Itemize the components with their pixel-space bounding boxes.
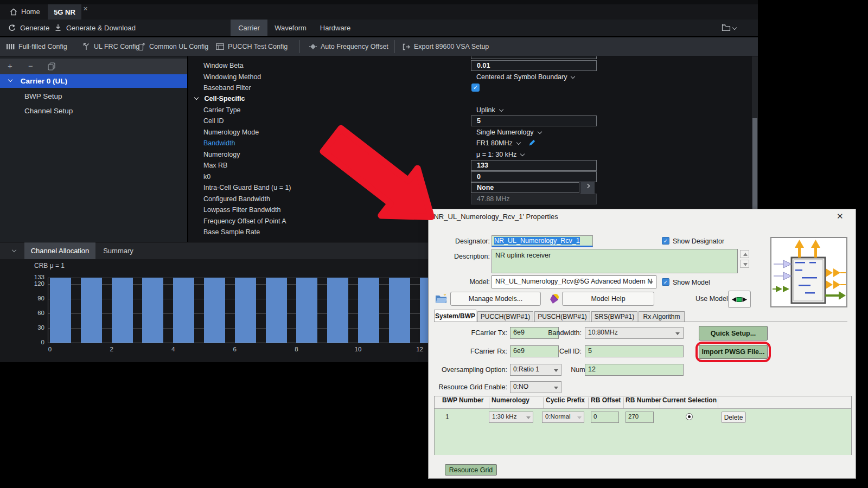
delete-row-button[interactable]: Delete — [721, 412, 746, 423]
dialog-tab-srs[interactable]: SRS(BWP#1) — [591, 311, 637, 322]
dialog-tab-system-bwp[interactable]: System/BWP — [434, 310, 476, 322]
nav-tab-waveform[interactable]: Waveform — [270, 20, 311, 36]
auto-frequency-offset-button[interactable]: Auto Frequency Offset — [309, 37, 388, 56]
designator-input[interactable]: NR_UL_Numerology_Rcv_1 — [492, 235, 593, 247]
cell-id-input[interactable]: 5 — [471, 115, 597, 126]
show-model-checkbox[interactable]: ✓ — [662, 278, 669, 286]
show-designator-checkbox[interactable]: ✓ — [662, 237, 669, 245]
spinner-down-icon[interactable] — [740, 260, 749, 268]
oversampling-select[interactable]: 0:Ratio 1 — [510, 364, 561, 376]
row-rb-offset-input[interactable]: 0 — [591, 412, 619, 423]
add-carrier-button[interactable]: + — [8, 61, 12, 70]
setting-label[interactable]: Intra-Cell Guard Band (u = 1) — [203, 182, 291, 193]
setting-label[interactable]: Numerology Mode — [203, 127, 259, 138]
row-numerology-select[interactable]: 1:30 kHz — [489, 412, 533, 423]
setting-label[interactable]: Windowing Method — [203, 72, 261, 82]
setting-label[interactable]: Base Sample Rate — [203, 227, 260, 237]
setting-label[interactable]: k0 — [203, 171, 210, 182]
pucch-test-config-button[interactable]: PUCCH Test Config — [216, 37, 288, 56]
col-header-rb-offset: RB Offset — [591, 396, 621, 404]
cell-bwp-number: 1 — [445, 413, 449, 421]
setting-label[interactable]: Cell ID — [203, 115, 224, 126]
setting-label-selected[interactable]: Bandwidth — [203, 138, 235, 149]
component-preview — [770, 237, 847, 307]
chevron-down-icon — [537, 130, 541, 134]
setting-label[interactable]: Lowpass Filter Bandwidth — [203, 204, 280, 215]
bar — [266, 278, 287, 343]
edit-pencil-icon[interactable] — [528, 139, 536, 146]
remove-carrier-button[interactable]: − — [28, 61, 33, 70]
nav-tab-carrier[interactable]: Carrier — [231, 20, 267, 36]
export-vsa-setup-button[interactable]: Export 89600 VSA Setup — [403, 37, 489, 56]
carrier-type-dropdown[interactable]: Uplink — [476, 105, 503, 115]
intra-cell-guard-band-input[interactable]: None — [471, 182, 579, 193]
quick-setup-button[interactable]: Quick Setup... — [699, 326, 768, 341]
tree-item-carrier-0[interactable]: Carrier 0 (UL) — [0, 74, 187, 88]
setting-group-cell-specific[interactable]: Cell-Specific — [195, 93, 245, 104]
window-beta-input[interactable]: 0.01 — [471, 60, 597, 71]
cell-id-input[interactable]: 5 — [585, 345, 684, 357]
setting-label[interactable]: Baseband Filter — [203, 82, 251, 93]
bar — [142, 278, 163, 343]
tab-5g-nr[interactable]: 5G NR — [48, 4, 81, 20]
description-input[interactable]: NR uplink receiver — [492, 249, 738, 273]
dialog-title: 'NR_UL_Numerology_Rcv_1' Properties — [432, 213, 558, 221]
expand-button[interactable] — [580, 182, 595, 194]
k0-input[interactable]: 0 — [471, 171, 597, 182]
current-selection-radio[interactable] — [686, 413, 693, 420]
bandwidth-select[interactable]: 10:80MHz — [585, 327, 684, 339]
row-cyclic-prefix-select[interactable]: 0:Normal — [542, 412, 584, 423]
copy-icon[interactable] — [48, 62, 55, 70]
dialog-tab-rx-algorithm[interactable]: Rx Algorithm — [639, 311, 685, 322]
setting-label[interactable]: Frequency Offset of Point A — [203, 216, 286, 227]
folder-icon — [722, 23, 731, 31]
nav-tab-hardware[interactable]: Hardware — [316, 20, 355, 36]
model-select[interactable]: NR_UL_Numerology_Rcv@5G Advanced Modem N — [492, 275, 656, 288]
home-tab[interactable]: Home — [10, 8, 40, 16]
resource-grid-enable-select[interactable]: 0:NO — [510, 381, 561, 393]
x-tick-label: 2 — [104, 346, 120, 352]
setting-label[interactable]: Window Beta — [203, 60, 244, 71]
tree-item-channel-setup[interactable]: Channel Setup — [24, 104, 73, 118]
setting-label[interactable]: Max RB — [203, 160, 227, 171]
fork-icon — [82, 43, 90, 50]
full-filled-config-button[interactable]: Full-filled Config — [7, 37, 67, 56]
dialog-tab-pusch[interactable]: PUSCH(BWP#1) — [534, 311, 590, 322]
bandwidth-dropdown[interactable]: FR1 80MHz — [476, 138, 536, 149]
setting-label[interactable]: Configured Bandwidth — [203, 194, 270, 204]
row-rb-number-input[interactable]: 270 — [626, 412, 654, 423]
tree-item-bwp-setup[interactable]: BWP Setup — [24, 89, 62, 104]
setting-label[interactable]: Numerology — [203, 149, 240, 160]
model-label: Model: — [439, 278, 490, 286]
resource-grid-button[interactable]: Resource Grid — [445, 464, 497, 476]
setting-label[interactable]: Carrier Type — [203, 105, 241, 115]
download-icon — [54, 24, 62, 31]
dialog-tab-pucch[interactable]: PUCCH(BWP#1) — [477, 311, 533, 322]
show-model-label: Show Model — [673, 279, 710, 286]
bar — [235, 278, 256, 343]
common-ul-config-button[interactable]: Common UL Config — [138, 37, 208, 56]
use-model-button[interactable] — [728, 291, 751, 308]
file-menu-button[interactable] — [722, 23, 736, 31]
tab-close-icon[interactable]: ✕ — [83, 5, 88, 12]
chevron-down-icon — [8, 78, 12, 82]
use-model-label: Use Model — [695, 295, 728, 303]
ul-frc-config-button[interactable]: UL FRC Config — [82, 37, 139, 56]
dialog-close-icon[interactable]: ✕ — [837, 211, 844, 221]
baseband-filter-checkbox[interactable]: ✓ — [471, 84, 480, 92]
manage-models-button[interactable]: Manage Models... — [450, 292, 541, 306]
numerology-dropdown[interactable]: μ = 1: 30 kHz — [476, 149, 524, 160]
max-rb-input[interactable]: 133 — [471, 160, 597, 171]
numerology-mode-dropdown[interactable]: Single Numerology — [476, 127, 541, 138]
designator-label: Designator: — [439, 237, 490, 245]
spinner-up-icon[interactable] — [740, 250, 749, 258]
help-icon[interactable] — [548, 293, 560, 304]
model-help-button[interactable]: Model Help — [562, 292, 654, 306]
num-rx-input[interactable]: 12 — [585, 364, 684, 376]
bar — [112, 278, 133, 343]
import-pwsg-button[interactable]: Import PWSG File... — [699, 345, 768, 359]
generate-button[interactable]: Generate — [8, 20, 49, 36]
open-folder-icon[interactable] — [435, 293, 448, 304]
windowing-method-dropdown[interactable]: Centered at Symbol Boundary — [476, 72, 575, 82]
generate-download-button[interactable]: Generate & Download — [54, 20, 136, 36]
